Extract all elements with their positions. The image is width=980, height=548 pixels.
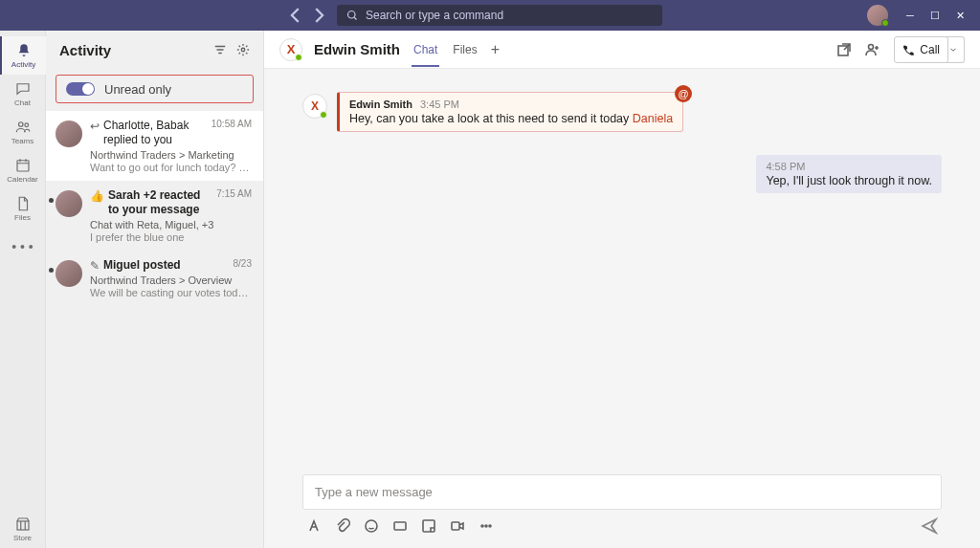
feed-title: Miguel posted [103,258,181,273]
minimize-button[interactable]: ─ [898,3,923,28]
feed-time: 8/23 [234,258,252,269]
chat-icon [14,80,32,98]
chat-title: Edwin Smith [314,41,400,57]
activity-pane: Activity Unread only ↩ Charlotte, Babak … [46,31,264,548]
call-dropdown[interactable] [943,36,965,63]
avatar [56,190,82,217]
svg-point-2 [24,123,28,127]
rail-teams[interactable]: Teams [0,113,46,151]
presence-indicator [320,111,327,119]
unread-dot [49,268,54,273]
tab-chat[interactable]: Chat [412,33,439,67]
avatar [56,260,82,287]
message-incoming[interactable]: X @ Edwin Smith 3:45 PM Hey, can you tak… [302,92,942,132]
feed-title: Sarah +2 reacted to your message [108,188,212,217]
rail-files[interactable]: Files [0,189,46,228]
forward-button[interactable] [308,5,329,26]
activity-header: Activity [46,31,263,69]
search-placeholder: Search or type a command [366,9,503,22]
store-icon [14,515,32,533]
svg-point-8 [366,520,377,532]
compose-input[interactable]: Type a new message [302,474,942,510]
rail-chat[interactable]: Chat [0,75,46,113]
feed-location: Northwind Traders > Marketing [90,149,252,161]
svg-point-14 [489,525,491,527]
avatar [56,121,82,147]
chevron-down-icon [948,45,958,55]
user-avatar[interactable] [867,5,888,26]
app-rail: Activity Chat Teams Calendar Files • • •… [0,31,46,548]
format-icon[interactable] [306,518,322,534]
composer: Type a new message [302,474,942,542]
teams-icon [14,119,32,136]
message-time: 3:45 PM [420,99,459,110]
presence-indicator [295,54,302,61]
back-button[interactable] [285,5,306,26]
reply-icon: ↩ [90,120,100,133]
meetnow-icon[interactable] [450,518,465,534]
chat-header: X Edwin Smith Chat Files + Call [264,31,980,69]
chat-avatar[interactable]: X [279,38,302,61]
mention: Daniela [633,112,673,125]
titlebar: Search or type a command ─ ☐ ✕ [0,0,980,31]
maximize-button[interactable]: ☐ [923,3,947,28]
feed-preview: I prefer the blue one [90,231,252,243]
calendar-icon [14,157,32,174]
message-sender: Edwin Smith [349,99,412,110]
feed-preview: Want to go out for lunch today? It's my.… [90,162,252,173]
svg-rect-3 [17,161,29,171]
search-icon [346,10,358,21]
feed-item[interactable]: ↩ Charlotte, Babak replied to you 10:58 … [46,111,263,181]
presence-indicator [881,19,889,27]
svg-rect-10 [423,520,434,532]
chat-main: X Edwin Smith Chat Files + Call X [264,31,980,548]
close-button[interactable]: ✕ [947,3,972,28]
message-text: Hey, can you take a look at this need to… [349,112,673,125]
gif-icon[interactable] [392,518,408,534]
unread-dot [49,198,54,203]
post-icon: ✎ [90,259,100,273]
attach-icon[interactable] [335,518,350,534]
svg-point-1 [18,122,23,127]
activity-title: Activity [59,42,111,58]
feed-preview: We will be casting our votes today, ever… [90,287,252,298]
svg-point-7 [869,44,874,49]
phone-icon [902,44,914,55]
feed-item[interactable]: ✎ Miguel posted 8/23 Northwind Traders >… [46,251,263,306]
popout-icon[interactable] [836,42,852,57]
sticker-icon[interactable] [421,518,436,534]
rail-calendar[interactable]: Calendar [0,151,46,189]
rail-activity[interactable]: Activity [0,36,46,75]
svg-rect-4 [17,521,29,530]
call-button[interactable]: Call [894,36,948,63]
svg-point-12 [481,525,483,527]
filter-icon[interactable] [213,43,227,56]
feed-item[interactable]: 👍 Sarah +2 reacted to your message 7:15 … [46,181,263,251]
rail-more[interactable]: • • • [0,228,46,266]
file-icon [14,195,32,212]
feed-time: 7:15 AM [216,188,252,199]
emoji-icon[interactable] [364,518,379,534]
add-tab-button[interactable]: + [491,41,500,58]
like-icon: 👍 [90,189,104,203]
svg-rect-11 [452,522,459,530]
svg-point-13 [485,525,487,527]
toggle-switch[interactable] [66,82,95,96]
unread-only-toggle[interactable]: Unread only [56,75,254,103]
settings-icon[interactable] [236,43,250,56]
message-outgoing[interactable]: 4:58 PM Yep, I'll just look through it n… [302,155,942,193]
feed-title: Charlotte, Babak replied to you [103,119,208,147]
svg-point-0 [348,11,356,19]
rail-store[interactable]: Store [0,510,46,548]
add-people-icon[interactable] [865,42,880,57]
compose-toolbar [302,510,942,542]
search-input[interactable]: Search or type a command [337,5,662,26]
send-button[interactable] [921,517,938,535]
tab-files[interactable]: Files [451,33,479,67]
more-icon[interactable] [479,518,494,534]
mention-badge-icon: @ [675,85,692,102]
message-list: X @ Edwin Smith 3:45 PM Hey, can you tak… [264,69,980,474]
message-time: 4:58 PM [766,161,805,172]
message-bubble: @ Edwin Smith 3:45 PM Hey, can you take … [337,92,683,132]
message-avatar: X [302,94,327,119]
